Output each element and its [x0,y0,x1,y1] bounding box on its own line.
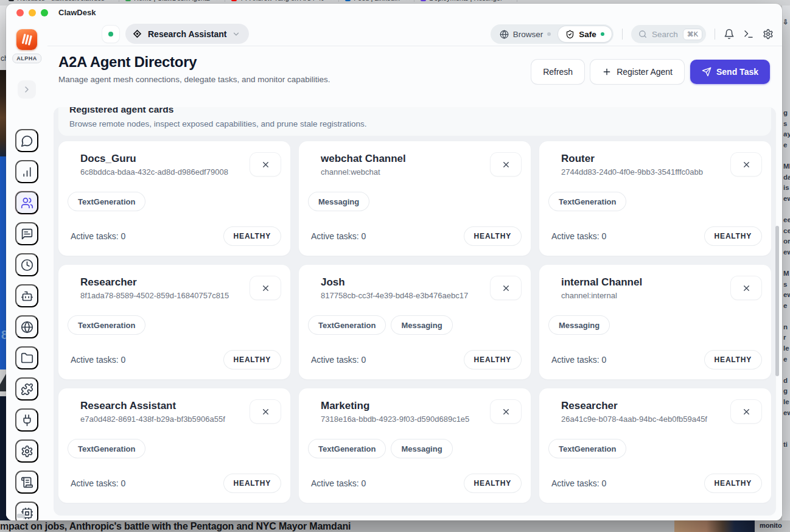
sidebar-item-settings[interactable] [15,439,38,463]
refresh-button[interactable]: Refresh [531,60,584,84]
agent-list-scroll-area: Registered agent cards Browse remote nod… [54,107,776,516]
mode-toggle: Browser Safe [491,24,613,44]
clawdesk-logo-icon [16,29,37,50]
search-icon [638,30,647,38]
agent-grid: Docs_Guru 6c8bddca-bdaa-432c-ad8d-d986ed… [58,141,771,503]
remove-agent-button[interactable] [250,400,281,423]
active-tasks-label: Active tasks: 0 [71,231,125,241]
agent-name: Router [561,153,703,165]
capability-chips: TextGenerationMessaging [299,316,531,334]
page-subtitle: Manage agent mesh connections, delegate … [58,75,330,84]
active-tasks-label: Active tasks: 0 [551,231,606,241]
status-dot-icon [108,32,113,37]
tab-close-icon[interactable]: ✕ [110,0,115,2]
status-badge: HEALTHY [705,227,761,245]
background-page-bottom-edge: mpact on jobs, Anthropic's battle with t… [0,520,790,532]
sidebar-item-history[interactable] [15,253,38,276]
sidebar-nav [6,129,47,520]
tab-label: YT Andrew Yang on AI's f [240,0,315,2]
agent-id: 2744dd83-24d0-4f0e-9bb3-3541fffc0abb [561,167,703,177]
browser-tab[interactable]: Feed | LinkedIn ✕ [345,0,414,2]
remove-agent-button[interactable] [491,400,521,423]
agent-card: internal Channel channel:internal Messag… [539,265,771,379]
alpha-badge: ALPHA [12,54,41,63]
browser-tab[interactable]: Deployments | Hostinger ✕ [421,0,517,2]
remove-agent-button[interactable] [731,400,761,423]
status-badge: HEALTHY [705,351,761,369]
section-subtitle: Browse remote nodes, inspect exposed cap… [69,119,760,128]
browser-tab-strip: Releases · clawdesk/clawdes ✕ Home | Cla… [9,0,517,2]
active-tasks-label: Active tasks: 0 [71,478,125,488]
agent-card: Docs_Guru 6c8bddca-bdaa-432c-ad8d-d986ed… [58,141,290,256]
close-window-button[interactable] [16,9,24,16]
minimize-window-button[interactable] [29,9,36,16]
register-agent-button[interactable]: Register Agent [590,60,684,84]
capability-chip: Messaging [391,316,452,334]
remove-agent-button[interactable] [731,276,761,299]
sidebar-item-agents[interactable] [15,191,38,214]
close-icon [261,160,270,169]
plug-icon [21,414,33,427]
browser-tab[interactable]: Home | ClawDesk Agent2 ✕ [125,0,225,2]
remove-agent-button[interactable] [491,153,521,176]
capability-chip: TextGeneration [309,439,385,458]
tab-close-icon[interactable]: ✕ [405,0,410,2]
capability-chips: Messaging [539,316,771,334]
settings-button[interactable] [763,29,774,40]
agent-card: webchat Channel channel:webchat Messagin… [299,141,531,256]
capability-chip: TextGeneration [309,316,385,334]
sidebar-item-web[interactable] [15,315,38,338]
sidebar-expand-button[interactable] [18,80,36,99]
connection-status-button[interactable] [102,26,119,43]
tab-close-icon[interactable]: ✕ [508,0,513,2]
remove-agent-button[interactable] [250,153,281,176]
browser-mode-button[interactable]: Browser [492,26,559,42]
sidebar-item-files[interactable] [15,346,38,369]
tab-badge: 49 [318,0,324,2]
close-icon [261,284,270,293]
sidebar-item-messages[interactable] [15,222,38,245]
close-icon [502,284,511,293]
safe-mode-label: Safe [579,30,596,39]
bar-chart-icon [21,166,33,178]
agent-id: 6c8bddca-bdaa-432c-ad8d-d986edf79008 [80,167,228,177]
message-circle-icon [21,135,33,147]
tab-close-icon[interactable]: ✕ [215,0,220,2]
app-title: ClawDesk [58,8,96,17]
sidebar-item-logs[interactable] [15,471,38,494]
browser-tab[interactable]: Releases · clawdesk/clawdes ✕ [9,0,119,2]
active-tasks-label: Active tasks: 0 [311,231,366,241]
send-task-button[interactable]: Send Task [690,60,770,84]
safe-mode-dot-icon [601,32,604,36]
terminal-button[interactable] [743,29,754,40]
status-badge: HEALTHY [224,351,281,369]
agent-name: webchat Channel [321,153,406,165]
zoom-window-button[interactable] [41,9,48,16]
status-badge: HEALTHY [464,227,521,245]
agent-name: internal Channel [561,276,642,289]
sidebar-item-plugins[interactable] [15,377,38,401]
status-badge: HEALTHY [464,351,521,369]
scrollbar-thumb[interactable] [775,226,779,376]
remove-agent-button[interactable] [250,276,281,299]
agent-id: 817758cb-cc3f-4e39-bd48-e3b476aebc17 [321,291,468,300]
status-badge: HEALTHY [224,227,281,245]
remove-agent-button[interactable] [491,276,521,299]
tab-label: Deployments | Hostinger [429,0,502,2]
agent-selector[interactable]: Research Assistant [125,24,249,44]
safe-mode-button[interactable]: Safe [558,26,612,42]
search-input[interactable]: Search ⌘K [631,25,706,43]
tab-favicon-icon [9,0,14,1]
notifications-button[interactable] [724,29,735,40]
search-placeholder: Search [652,30,678,39]
agent-id: e7a0d482-8691-438f-b29a-bf3b5906a55f [80,415,225,424]
sidebar-item-robots[interactable] [15,284,38,307]
sidebar-item-connections[interactable] [15,408,38,432]
sidebar-item-analytics[interactable] [15,160,38,183]
browser-tab[interactable]: YT Andrew Yang on AI's f 49 ✕ [231,0,340,2]
tab-close-icon[interactable]: ✕ [330,0,335,2]
remove-agent-button[interactable] [731,153,761,176]
capability-chips: Messaging [299,192,531,211]
close-icon [502,407,511,416]
sidebar-item-chat[interactable] [15,129,38,152]
